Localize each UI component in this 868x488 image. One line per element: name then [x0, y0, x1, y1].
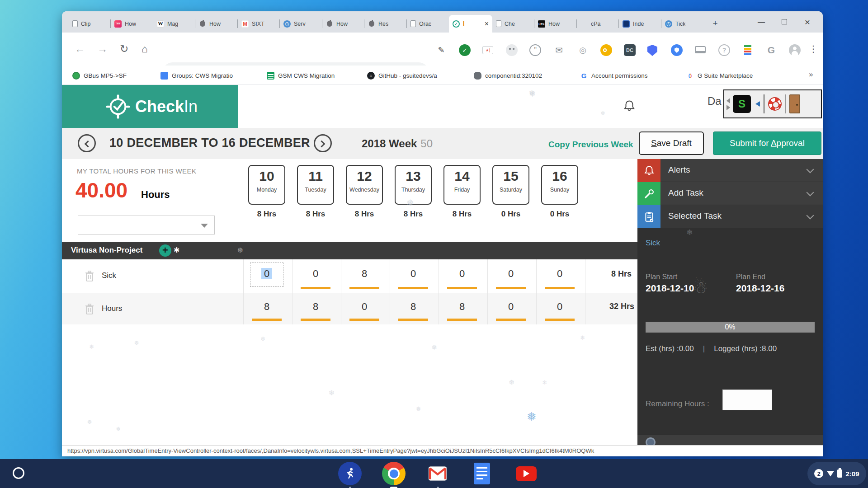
collapse-arrows-icon[interactable] [726, 98, 730, 110]
tab-index[interactable]: Inde [619, 15, 661, 33]
accordion-selected-task[interactable]: Selected Task [637, 205, 823, 228]
hour-cell-input[interactable]: 0 [535, 301, 584, 313]
delete-row-icon[interactable] [85, 270, 94, 282]
tab-clip[interactable]: Clip [69, 15, 111, 33]
tab-how-htg[interactable]: HTGHow [534, 15, 576, 33]
ext-sketch-pen-icon[interactable]: ✎ [435, 44, 447, 56]
bookmark-gsm[interactable]: GSM CWS Migration [267, 70, 335, 81]
add-task-row-button[interactable]: + [159, 244, 171, 257]
hour-cell-input[interactable]: 0 [291, 268, 340, 280]
tab-sixt-gmail[interactable]: MSIXT [238, 15, 280, 33]
tab-res-apple[interactable]: Res [364, 15, 406, 33]
maximize-button[interactable] [778, 16, 791, 28]
ext-color-stack-icon[interactable] [742, 44, 754, 56]
tab-how-apple[interactable]: How [195, 15, 237, 33]
previous-week-button[interactable] [78, 134, 96, 152]
day-card-saturday[interactable]: 15Saturday [492, 165, 529, 205]
day-card-tuesday[interactable]: 11Tuesday [297, 165, 334, 205]
home-icon[interactable]: ⌂ [142, 44, 148, 54]
exit-door-icon[interactable] [789, 94, 800, 113]
minimize-button[interactable]: — [755, 16, 768, 28]
close-window-button[interactable]: × [801, 16, 814, 28]
hour-cell-input[interactable]: 0 [486, 301, 535, 313]
browser-menu-icon[interactable]: ⋮ [809, 43, 818, 54]
running-app-icon[interactable] [338, 462, 362, 485]
notification-bell-icon[interactable] [623, 99, 636, 113]
selected-task-name[interactable]: Sick [646, 239, 660, 248]
ext-globe-shield-icon[interactable] [671, 44, 683, 56]
bookmark-account-permissions[interactable]: GAccount permissions [580, 70, 648, 81]
hour-cell-input[interactable]: 0 [340, 301, 389, 313]
next-week-button[interactable] [314, 134, 332, 152]
help-lifebuoy-icon[interactable] [768, 97, 782, 111]
bookmark-github[interactable]: ⌂GitHub - gsuitedevs/a [367, 70, 437, 81]
back-icon[interactable]: ← [75, 44, 85, 54]
forward-icon[interactable]: → [97, 44, 108, 54]
delete-row-icon[interactable] [85, 303, 94, 315]
tab-orac[interactable]: Orac [407, 15, 449, 33]
s-logo-chip-icon[interactable]: S [733, 95, 751, 113]
ext-rings-icon[interactable]: ◎ [577, 44, 589, 56]
ext-profile-icon[interactable] [789, 44, 801, 56]
youtube-icon[interactable] [514, 462, 538, 485]
ext-g-icon[interactable]: G [765, 44, 777, 56]
reload-icon[interactable]: ↻ [120, 44, 128, 54]
launcher-button[interactable] [13, 467, 24, 479]
ext-green-check-icon[interactable]: ✓ [459, 44, 471, 56]
tab-how-apple2[interactable]: How [322, 15, 364, 33]
ext-ghost-icon[interactable] [506, 44, 518, 56]
hour-cell-input[interactable]: 0 [242, 268, 291, 280]
ext-striped-shield-icon[interactable] [647, 45, 657, 56]
bookmark-gbus[interactable]: GBus MP5->SF [72, 70, 127, 81]
tab-serv-clock[interactable]: ◷Serv [280, 15, 322, 33]
chrome-icon[interactable] [382, 462, 406, 485]
tab-how-tnw[interactable]: TNWHow [111, 15, 153, 33]
day-card-thursday[interactable]: 13Thursday [395, 165, 432, 205]
required-asterisk-icon: ✱ [174, 246, 179, 254]
day-card-friday[interactable]: 14Friday [443, 165, 481, 205]
submit-for-approval-button[interactable]: Submit for Approval [713, 131, 821, 155]
bookmark-gsuite-marketplace[interactable]: ()G Suite Marketplace [686, 70, 753, 81]
remaining-hours-input[interactable] [722, 389, 772, 410]
docs-icon[interactable] [470, 462, 494, 485]
new-tab-button[interactable]: + [709, 18, 721, 29]
ext-dc-badge-icon[interactable]: DC [624, 44, 636, 56]
accordion-add-task[interactable]: Add Task [637, 182, 823, 205]
copy-previous-week-link[interactable]: Copy Previous Week [548, 140, 633, 150]
hour-cell-input[interactable]: 8 [389, 301, 438, 313]
ext-card-stars-icon[interactable]: ★| [482, 46, 493, 54]
status-tray[interactable]: 2 2:09 [807, 462, 866, 485]
bookmark-groups[interactable]: Groups: CWS Migratio [160, 70, 233, 81]
ext-mail-compose-icon[interactable]: ✉ [553, 44, 565, 56]
tab-cpanel[interactable]: cPa [577, 15, 619, 33]
close-tab-icon[interactable]: × [485, 20, 489, 28]
save-draft-button[interactable]: Save Draft [639, 131, 704, 155]
day-card-wednesday[interactable]: 12Wednesday [346, 165, 383, 205]
accordion-partial-row[interactable] [637, 435, 823, 445]
gmail-icon[interactable] [426, 462, 449, 485]
hour-cell-input[interactable]: 0 [389, 268, 438, 280]
tab-checkin-active[interactable]: ✓ × [449, 15, 492, 33]
blue-arrow-icon[interactable] [755, 101, 760, 107]
hour-cell-input[interactable]: 0 [535, 268, 584, 280]
accordion-alerts[interactable]: Alerts [637, 159, 823, 182]
hour-cell-input[interactable]: 0 [438, 268, 486, 280]
hour-cell-input[interactable]: 0 [486, 268, 535, 280]
tab-tick-clock[interactable]: ◷Tick [661, 15, 703, 33]
bookmark-componentid[interactable]: componentid:320102 [474, 70, 542, 81]
day-card-monday[interactable]: 10Monday [248, 165, 285, 205]
hour-cell-input[interactable]: 8 [438, 301, 486, 313]
hour-cell-input[interactable]: 8 [242, 301, 291, 313]
tab-che[interactable]: Che [492, 15, 534, 33]
tab-mag-wikipedia[interactable]: WMag [153, 15, 195, 33]
project-dropdown[interactable] [78, 216, 215, 235]
ext-quote-bubble-icon[interactable]: ” [529, 44, 541, 56]
ext-gold-key-icon[interactable] [600, 44, 612, 56]
user-name-truncated[interactable]: Da [708, 95, 722, 108]
ext-laptop-icon[interactable] [695, 46, 706, 53]
hour-cell-input[interactable]: 8 [340, 268, 389, 280]
day-card-sunday[interactable]: 16Sunday [541, 165, 578, 205]
ext-help-circle-icon[interactable]: ? [718, 44, 730, 56]
hour-cell-input[interactable]: 8 [291, 301, 340, 313]
bookmarks-overflow-icon[interactable]: » [809, 70, 813, 79]
